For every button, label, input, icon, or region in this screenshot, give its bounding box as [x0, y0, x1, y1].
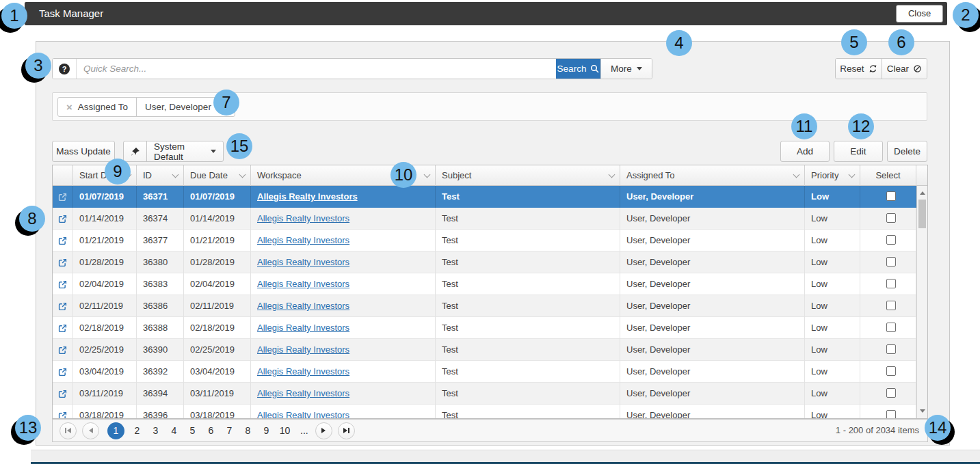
header-assigned-to[interactable]: Assigned To [620, 165, 805, 186]
workspace-link[interactable]: Allegis Realty Investors [257, 366, 349, 377]
page-number[interactable]: 5 [187, 425, 198, 436]
search-button[interactable]: Search [556, 59, 600, 79]
add-button[interactable]: Add [780, 141, 830, 162]
table-row[interactable]: 03/11/2019 36394 03/11/2019 Allegis Real… [53, 383, 916, 405]
view-selector[interactable]: System Default [147, 141, 223, 161]
table-row[interactable]: 02/25/2019 36390 02/25/2019 Allegis Real… [53, 339, 916, 361]
column-menu-icon[interactable] [424, 172, 431, 178]
cell-due-date: 01/21/2019 [184, 230, 251, 251]
filter-field-segment[interactable]: × Assigned To [58, 98, 136, 116]
workspace-link[interactable]: Allegis Realty Investors [257, 301, 349, 311]
more-button[interactable]: More [600, 59, 652, 79]
page-number[interactable]: 9 [261, 425, 272, 436]
open-task-button[interactable] [53, 317, 73, 339]
page-number[interactable]: 8 [242, 425, 254, 436]
open-task-button[interactable] [53, 273, 73, 295]
open-task-button[interactable] [53, 230, 73, 251]
callout-13: 13 [15, 415, 41, 441]
remove-filter-icon[interactable]: × [66, 102, 72, 112]
table-row[interactable]: 01/14/2019 36374 01/14/2019 Allegis Real… [53, 208, 916, 230]
table-row[interactable]: 02/04/2019 36383 02/04/2019 Allegis Real… [53, 273, 916, 295]
header-due-date[interactable]: Due Date [184, 165, 251, 186]
cell-id: 36394 [137, 383, 184, 405]
row-select-checkbox[interactable] [886, 257, 896, 267]
table-row[interactable]: 03/04/2019 36392 03/04/2019 Allegis Real… [53, 361, 916, 383]
table-row[interactable]: 01/21/2019 36377 01/21/2019 Allegis Real… [53, 230, 916, 251]
row-select-checkbox[interactable] [886, 301, 896, 310]
workspace-link[interactable]: Allegis Realty Investors [257, 191, 358, 202]
mass-update-button[interactable]: Mass Update [52, 141, 115, 162]
clear-button[interactable]: Clear [882, 59, 927, 79]
first-page-button[interactable] [59, 422, 77, 439]
workspace-link[interactable]: Allegis Realty Investors [257, 344, 349, 355]
edit-button[interactable]: Edit [834, 141, 883, 162]
header-subject[interactable]: Subject [436, 165, 620, 186]
column-menu-icon[interactable] [849, 172, 856, 178]
column-menu-icon[interactable] [239, 172, 246, 178]
page-number[interactable]: 4 [168, 425, 180, 436]
open-task-button[interactable] [53, 208, 73, 230]
previous-page-button[interactable] [82, 422, 99, 439]
reset-button[interactable]: Reset [836, 59, 882, 79]
row-select-checkbox[interactable] [886, 388, 896, 398]
current-page-number[interactable]: 1 [107, 422, 124, 439]
workspace-link[interactable]: Allegis Realty Investors [257, 410, 349, 419]
column-menu-icon[interactable] [609, 172, 615, 178]
open-task-button[interactable] [53, 361, 73, 383]
open-task-button[interactable] [53, 339, 73, 361]
row-select-checkbox[interactable] [886, 213, 896, 223]
scroll-up-icon[interactable] [920, 191, 925, 195]
workspace-link[interactable]: Allegis Realty Investors [257, 213, 349, 223]
row-select-checkbox[interactable] [886, 235, 896, 245]
header-select: Select [860, 165, 916, 186]
open-task-button[interactable] [53, 405, 73, 419]
workspace-link[interactable]: Allegis Realty Investors [257, 388, 349, 398]
page-number[interactable]: 3 [150, 425, 161, 436]
workspace-link[interactable]: Allegis Realty Investors [257, 257, 349, 267]
row-select-checkbox[interactable] [886, 279, 896, 288]
table-row[interactable]: 03/18/2019 36396 03/18/2019 Allegis Real… [53, 405, 916, 419]
page-number[interactable]: 7 [224, 425, 235, 436]
row-select-checkbox[interactable] [886, 410, 896, 419]
cell-start-date: 02/18/2019 [73, 317, 137, 339]
column-menu-icon[interactable] [172, 172, 179, 178]
close-button[interactable]: Close [896, 5, 943, 23]
cell-start-date: 02/04/2019 [73, 273, 137, 295]
workspace-link[interactable]: Allegis Realty Investors [257, 323, 349, 333]
scrollbar-thumb[interactable] [918, 200, 926, 228]
search-input[interactable] [77, 59, 556, 79]
row-select-checkbox[interactable] [886, 344, 896, 354]
cell-start-date: 02/25/2019 [73, 339, 137, 361]
table-row[interactable]: 01/07/2019 36371 01/07/2019 Allegis Real… [53, 186, 916, 208]
last-page-button[interactable] [338, 422, 355, 439]
page-number[interactable]: 10 [279, 425, 291, 436]
vertical-scrollbar[interactable] [916, 186, 927, 418]
next-page-button[interactable] [315, 422, 332, 439]
cell-assigned-to: User, Developer [620, 361, 805, 383]
pin-view-button[interactable] [124, 141, 147, 161]
table-row[interactable]: 02/18/2019 36388 02/18/2019 Allegis Real… [53, 317, 916, 339]
open-task-button[interactable] [53, 295, 73, 317]
row-select-checkbox[interactable] [886, 323, 896, 332]
row-select-checkbox[interactable] [886, 366, 896, 376]
column-menu-icon[interactable] [793, 172, 800, 178]
open-task-button[interactable] [53, 186, 73, 208]
open-task-button[interactable] [53, 383, 73, 405]
open-task-button[interactable] [53, 251, 73, 273]
row-select-checkbox[interactable] [886, 191, 896, 201]
table-row[interactable]: 02/11/2019 36386 02/11/2019 Allegis Real… [53, 295, 916, 317]
cell-workspace: Allegis Realty Investors [251, 273, 436, 295]
table-row[interactable]: 01/28/2019 36380 01/28/2019 Allegis Real… [53, 251, 916, 273]
help-button[interactable]: ? [53, 59, 77, 79]
delete-button[interactable]: Delete [887, 141, 927, 162]
cell-priority: Low [805, 383, 860, 405]
refresh-icon [869, 64, 877, 73]
header-priority[interactable]: Priority [805, 165, 860, 186]
workspace-link[interactable]: Allegis Realty Investors [257, 279, 349, 289]
header-id[interactable]: ID [137, 165, 184, 186]
callout-4: 4 [666, 30, 692, 56]
scroll-down-icon[interactable] [920, 409, 925, 413]
workspace-link[interactable]: Allegis Realty Investors [257, 235, 349, 245]
page-number[interactable]: 6 [205, 425, 217, 436]
page-number[interactable]: 2 [131, 425, 143, 436]
